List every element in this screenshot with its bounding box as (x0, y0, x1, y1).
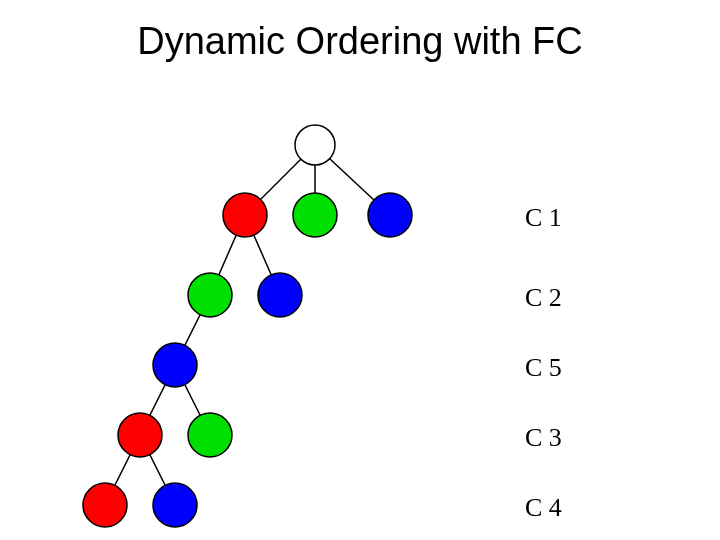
tree-node-c2b (258, 273, 302, 317)
tree-node-c3b (188, 413, 232, 457)
tree-node-c1a (223, 193, 267, 237)
tree-node-c3a (118, 413, 162, 457)
tree-node-c4b (153, 483, 197, 527)
tree-node-c1c (368, 193, 412, 237)
tree-node-c1b (293, 193, 337, 237)
tree-node-c2a (188, 273, 232, 317)
row-label-c2: C 2 (525, 283, 562, 313)
tree-node-root (295, 125, 335, 165)
tree-node-c5 (153, 343, 197, 387)
row-label-c1: C 1 (525, 203, 562, 233)
tree-diagram (0, 0, 720, 540)
row-label-c3: C 3 (525, 423, 562, 453)
tree-node-c4a (83, 483, 127, 527)
row-label-c5: C 5 (525, 353, 562, 383)
row-label-c4: C 4 (525, 493, 562, 523)
